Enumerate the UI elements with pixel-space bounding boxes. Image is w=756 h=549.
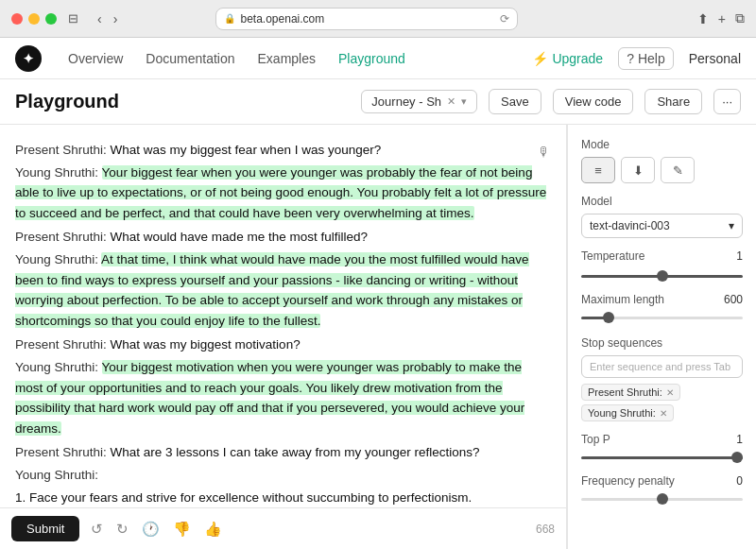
new-tab-button[interactable]: + [718, 10, 726, 26]
mode-selector: ≡ ⬇ ✎ [581, 157, 743, 183]
line-1: Present Shruthi: What was my biggest fea… [15, 140, 551, 161]
stop-tag-young: Young Shruthi: ✕ [581, 404, 674, 421]
help-button[interactable]: ? Help [618, 47, 674, 70]
max-length-slider[interactable] [581, 317, 743, 319]
nav-playground[interactable]: Playground [338, 51, 405, 66]
sidebar-toggle-button[interactable]: ⊟ [68, 11, 78, 26]
preset-selector[interactable]: Journey - Sh ✕ ▾ [361, 90, 477, 113]
navbar: ✦ Overview Documentation Examples Playgr… [0, 38, 756, 79]
minimize-window-button[interactable] [28, 13, 40, 25]
temperature-slider[interactable] [581, 275, 743, 278]
top-p-slider[interactable] [581, 456, 743, 459]
upgrade-label: Upgrade [552, 51, 603, 66]
text-content-area[interactable]: 🎙 Present Shruthi: What was my biggest f… [0, 125, 566, 507]
temperature-value: 1 [736, 249, 743, 263]
openai-logo: ✦ [15, 45, 42, 72]
help-label: Help [638, 51, 665, 66]
text-footer: Submit ↺ ↻ 🕐 👎 👍 668 [0, 507, 566, 549]
nav-buttons: ‹ › [94, 9, 121, 28]
back-button[interactable]: ‹ [94, 9, 106, 28]
maximize-window-button[interactable] [45, 13, 57, 25]
frequency-penalty-label: Frequency penalty [581, 474, 675, 488]
model-selector[interactable]: text-davinci-003 ▾ [581, 214, 743, 238]
thumbs-down-icon[interactable]: 👎 [173, 521, 191, 538]
forward-button[interactable]: › [110, 9, 122, 28]
mode-edit-button[interactable]: ✎ [661, 157, 695, 183]
mode-insert-button[interactable]: ⬇ [621, 157, 655, 183]
traffic-lights [11, 13, 57, 25]
share-button[interactable]: Share [644, 89, 702, 114]
top-p-slider-container [581, 450, 743, 465]
mode-label: Mode [581, 138, 743, 151]
nav-documentation[interactable]: Documentation [146, 51, 234, 66]
text-panel: 🎙 Present Shruthi: What was my biggest f… [0, 125, 567, 549]
frequency-penalty-slider-container [581, 491, 743, 506]
thumbs-up-icon[interactable]: 👍 [204, 521, 222, 538]
model-chevron-icon: ▾ [729, 219, 734, 232]
toolbar-right: ⬆ + ⧉ [697, 10, 745, 26]
upgrade-button[interactable]: ⚡ Upgrade [532, 51, 603, 66]
more-options-button[interactable]: ··· [713, 89, 741, 114]
line-4: Young Shruthi: At that time, I think wha… [15, 249, 551, 331]
settings-panel: Mode ≡ ⬇ ✎ Model text-davinci-003 ▾ Temp… [567, 125, 756, 549]
save-button[interactable]: Save [489, 89, 541, 114]
line-6: Young Shruthi: Your biggest motivation w… [15, 357, 551, 438]
max-length-slider-container [581, 310, 743, 325]
view-code-button[interactable]: View code [553, 89, 634, 114]
titlebar: ⊟ ‹ › 🔒 beta.openai.com ⟳ ⬆ + ⧉ [0, 0, 756, 38]
line-9: 1. Face your fears and strive for excell… [15, 488, 551, 508]
stop-tag-present: Present Shruthi: ✕ [581, 384, 680, 401]
reload-icon[interactable]: ⟳ [500, 12, 509, 26]
stop-tag-present-remove[interactable]: ✕ [666, 387, 674, 398]
frequency-penalty-slider[interactable] [581, 498, 743, 501]
history-icon[interactable]: 🕐 [142, 521, 160, 538]
clear-preset-icon[interactable]: ✕ [447, 95, 455, 108]
line-3: Present Shruthi: What would have made me… [15, 227, 551, 248]
workspace: 🎙 Present Shruthi: What was my biggest f… [0, 125, 756, 549]
main-content: Playground Journey - Sh ✕ ▾ Save View co… [0, 79, 756, 549]
temperature-label: Temperature [581, 249, 644, 263]
max-length-value: 600 [724, 293, 743, 306]
help-icon: ? [627, 51, 634, 66]
chevron-down-icon: ▾ [461, 95, 467, 108]
footer-actions: ↺ ↻ 🕐 👎 👍 [91, 521, 222, 538]
url-text: beta.openai.com [241, 12, 325, 26]
frequency-penalty-value: 0 [736, 474, 743, 488]
stop-tag-present-label: Present Shruthi: [588, 386, 662, 398]
model-label: Model [581, 195, 743, 208]
mode-completion-button[interactable]: ≡ [581, 157, 615, 183]
preset-value: Journey - Sh [371, 94, 441, 109]
stop-tag-young-remove[interactable]: ✕ [660, 408, 667, 419]
share-toolbar-button[interactable]: ⬆ [697, 10, 709, 26]
stop-tag-young-label: Young Shruthi: [588, 407, 656, 419]
line-8: Young Shruthi: [15, 465, 551, 486]
token-count: 668 [536, 523, 555, 536]
bolt-icon: ⚡ [532, 51, 548, 66]
playground-header: Playground Journey - Sh ✕ ▾ Save View co… [0, 79, 756, 125]
page-title: Playground [15, 91, 350, 112]
temperature-label-row: Temperature 1 [581, 249, 743, 263]
model-value: text-davinci-003 [590, 219, 670, 232]
line-5: Present Shruthi: What was my biggest mot… [15, 335, 551, 355]
stop-sequences-label: Stop sequences [581, 336, 743, 350]
top-p-value: 1 [736, 433, 743, 446]
temperature-slider-container [581, 268, 743, 283]
mic-icon[interactable]: 🎙 [538, 142, 551, 163]
lock-icon: 🔒 [224, 13, 235, 24]
undo-icon[interactable]: ↺ [91, 521, 103, 538]
navbar-right: ⚡ Upgrade ? Help Personal [532, 47, 741, 70]
nav-examples[interactable]: Examples [258, 51, 316, 66]
line-7: Present Shruthi: What are 3 lessons I ca… [15, 442, 551, 463]
personal-menu[interactable]: Personal [689, 51, 741, 66]
top-p-label: Top P [581, 433, 610, 446]
line-2: Young Shruthi: Your biggest fear when yo… [15, 163, 551, 224]
redo-icon[interactable]: ↻ [116, 521, 129, 538]
address-bar[interactable]: 🔒 beta.openai.com ⟳ [215, 8, 518, 30]
nav-overview[interactable]: Overview [68, 51, 123, 66]
submit-button[interactable]: Submit [11, 516, 79, 541]
close-window-button[interactable] [11, 13, 23, 25]
max-length-label: Maximum length [581, 293, 664, 306]
stop-tags-area: Present Shruthi: ✕ Young Shruthi: ✕ [581, 384, 743, 425]
windows-button[interactable]: ⧉ [735, 10, 745, 26]
stop-sequence-input[interactable]: Enter sequence and press Tab [581, 355, 743, 378]
